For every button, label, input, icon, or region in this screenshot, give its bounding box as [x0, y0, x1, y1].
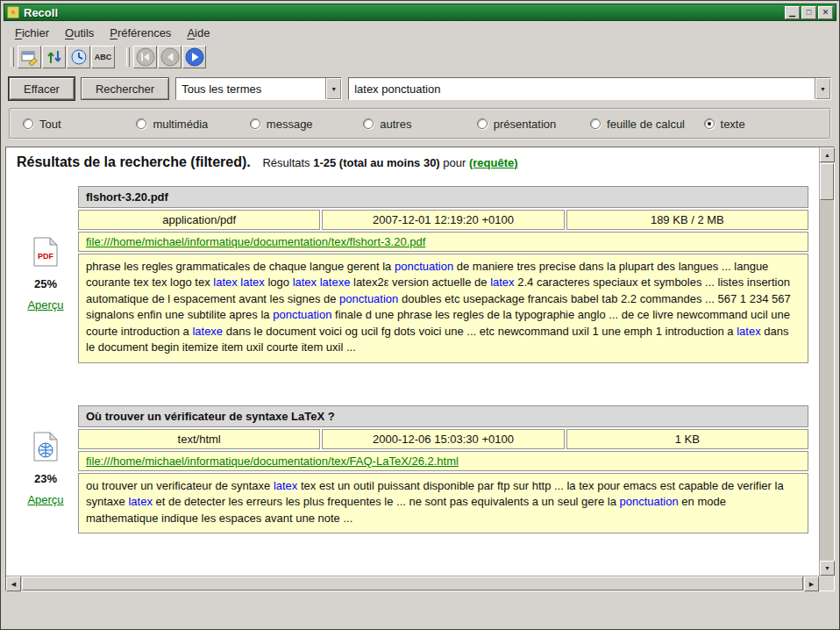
recoll-app-icon[interactable]	[7, 6, 19, 18]
maximize-button[interactable]: □	[801, 6, 816, 19]
vertical-scrollbar[interactable]: ▲ ▼	[819, 147, 834, 576]
scrollbar-corner	[819, 576, 834, 591]
filter-tout[interactable]: Tout	[23, 118, 136, 131]
radio-button-icon[interactable]	[590, 118, 601, 129]
previous-page-icon	[160, 47, 180, 67]
radio-button-icon[interactable]	[704, 118, 715, 129]
titlebar[interactable]: Recoll ▁□✕	[4, 4, 836, 21]
minimize-button[interactable]: ▁	[785, 6, 800, 19]
results-header-title: Résultats de la recherche (filtered).	[17, 154, 251, 169]
query-input[interactable]	[349, 78, 815, 99]
filter-feuille-de-calcul[interactable]: feuille de calcul	[590, 118, 703, 131]
first-page-button[interactable]	[133, 46, 157, 68]
update-sort-button[interactable]	[42, 46, 66, 68]
result-date: 2007-12-01 12:19:20 +0100	[322, 210, 564, 230]
scroll-left-icon: ◀	[11, 581, 16, 587]
category-filter-frame: Toutmultimédiamessageautresprésentationf…	[9, 108, 831, 140]
filter-texte[interactable]: texte	[704, 118, 817, 131]
menu-aide[interactable]: Aide	[179, 24, 217, 42]
scroll-down-icon: ▼	[824, 565, 830, 571]
status-area	[4, 591, 836, 626]
html-file-icon[interactable]	[33, 432, 58, 464]
preview-link[interactable]: Aperçu	[27, 493, 63, 506]
result-side-panel: PDF 25% Aperçu	[18, 184, 76, 365]
menu-fichier[interactable]: Fichier	[7, 24, 57, 42]
result-url-link[interactable]: file:///home/michael/informatique/docume…	[86, 235, 425, 248]
horizontal-scrollbar-track[interactable]	[21, 576, 804, 591]
radio-button-icon[interactable]	[477, 118, 488, 129]
toolbar-handle[interactable]	[11, 47, 14, 67]
results-summary-prefix: Résultats	[262, 156, 310, 169]
chevron-down-icon: ▼	[331, 86, 337, 92]
term-explorer-icon: ABC	[95, 53, 112, 61]
radio-button-icon[interactable]	[363, 118, 374, 129]
scroll-down-button[interactable]: ▼	[820, 561, 835, 576]
minimize-icon: ▁	[789, 9, 795, 17]
result-table: flshort-3.20.pdf application/pdf 2007-12…	[76, 184, 810, 365]
scroll-right-icon: ▶	[809, 581, 814, 587]
window-title: Recoll	[24, 6, 58, 19]
menubar: FichierOutilsPréférencesAide	[4, 23, 836, 43]
result-table: Où trouver un vérificateur de syntaxe La…	[76, 404, 810, 535]
result-title: Où trouver un vérificateur de syntaxe La…	[78, 405, 808, 427]
clear-button[interactable]: Effacer	[9, 77, 75, 100]
filter-multim-dia[interactable]: multimédia	[136, 118, 249, 131]
result-date: 2000-12-06 15:03:30 +0100	[322, 429, 564, 449]
query-link[interactable]: (requête)	[469, 156, 518, 169]
toolbar-group-nav	[133, 46, 207, 68]
next-page-button[interactable]	[182, 46, 206, 68]
radio-button-icon[interactable]	[136, 118, 146, 129]
filter-message[interactable]: message	[250, 118, 363, 131]
svg-text:PDF: PDF	[38, 252, 54, 261]
scroll-up-button[interactable]: ▲	[820, 147, 835, 162]
results-summary-pour: pour	[443, 156, 466, 169]
query-combobox[interactable]: ▼	[348, 77, 831, 100]
update-sort-icon	[46, 48, 63, 66]
search-type-combobox[interactable]: Tous les termes ▼	[175, 77, 342, 100]
scroll-left-button[interactable]: ◀	[6, 576, 21, 591]
filter-label: feuille de calcul	[607, 118, 685, 131]
result-title: flshort-3.20.pdf	[78, 186, 808, 208]
horizontal-scrollbar[interactable]: ◀ ▶	[6, 576, 819, 591]
maximize-icon: □	[807, 9, 811, 17]
result-item: 23% Aperçu Où trouver un vérificateur de…	[18, 404, 810, 535]
preview-link[interactable]: Aperçu	[27, 298, 63, 311]
search-type-dropdown-button[interactable]: ▼	[325, 78, 341, 99]
search-bar: Effacer Rechercher Tous les termes ▼ ▼	[9, 77, 831, 100]
vertical-scrollbar-thumb[interactable]	[820, 163, 834, 200]
menu-outils[interactable]: Outils	[57, 24, 102, 42]
result-url-link[interactable]: file:///home/michael/informatique/docume…	[86, 455, 459, 468]
results-summary-count: 1-25 (total au moins 30)	[313, 156, 439, 169]
horizontal-scrollbar-thumb[interactable]	[22, 576, 803, 591]
chevron-down-icon: ▼	[820, 86, 826, 92]
results-header: Résultats de la recherche (filtered). Ré…	[17, 154, 812, 170]
results-content: Résultats de la recherche (filtered). Ré…	[6, 147, 819, 576]
result-item: PDF 25% Aperçu flshort-3.20.pdf applicat…	[18, 184, 810, 365]
clear-search-button[interactable]	[18, 46, 41, 68]
window-controls: ▁□✕	[783, 6, 833, 19]
term-explorer-button[interactable]: ABC	[91, 46, 115, 68]
radio-button-icon[interactable]	[23, 118, 33, 129]
filter-autres[interactable]: autres	[363, 118, 476, 131]
vertical-scrollbar-track[interactable]	[820, 162, 834, 561]
results-header-summary: Résultats 1-25 (total au moins 30) pour …	[262, 156, 517, 169]
history-icon	[70, 48, 88, 66]
scroll-right-button[interactable]: ▶	[804, 576, 819, 591]
filter-pr-sentation[interactable]: présentation	[477, 118, 590, 131]
query-dropdown-button[interactable]: ▼	[815, 78, 830, 99]
menu-preferences[interactable]: Préférences	[102, 24, 179, 42]
filter-label: texte	[721, 118, 745, 131]
result-mimetype: text/html	[78, 429, 320, 449]
next-page-icon	[185, 47, 204, 67]
pdf-file-icon[interactable]: PDF	[33, 237, 58, 269]
toolbar-handle[interactable]	[126, 47, 130, 67]
search-button[interactable]: Rechercher	[81, 77, 169, 100]
result-size: 1 KB	[566, 429, 808, 449]
toolbar: ABC	[4, 43, 836, 71]
history-button[interactable]	[67, 46, 90, 68]
toolbar-group-main: ABC	[18, 46, 116, 68]
result-size: 189 KB / 2 MB	[566, 210, 808, 230]
close-button[interactable]: ✕	[818, 6, 833, 19]
radio-button-icon[interactable]	[250, 118, 260, 129]
previous-page-button[interactable]	[158, 46, 182, 68]
